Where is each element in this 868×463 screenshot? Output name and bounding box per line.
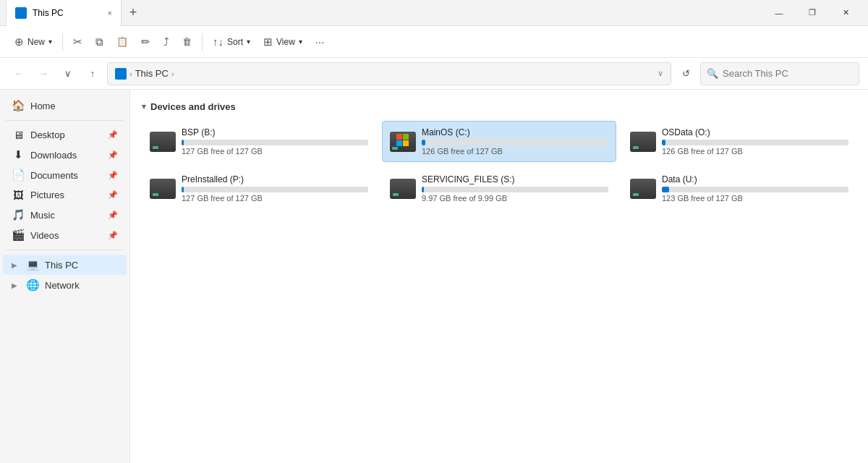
- sidebar-item-network[interactable]: ▶ 🌐 Network: [3, 275, 127, 295]
- new-arrow: ▾: [48, 38, 52, 46]
- refresh-button[interactable]: ↺: [676, 64, 696, 84]
- sidebar-item-documents[interactable]: 📄 Documents 📌: [3, 165, 127, 185]
- drive-info-osdata: OSData (O:) 126 GB free of 127 GB: [662, 127, 848, 156]
- forward-button[interactable]: →: [33, 64, 54, 84]
- drive-icon-bsp: [150, 132, 176, 152]
- new-label: New: [27, 37, 45, 47]
- sidebar-label-home: Home: [30, 101, 118, 111]
- window-controls: — ❐ ✕: [762, 0, 862, 26]
- back-button[interactable]: ←: [9, 64, 29, 84]
- drive-fill-mainos: [422, 140, 425, 145]
- svg-rect-0: [396, 134, 402, 140]
- sidebar-label-videos: Videos: [30, 230, 102, 241]
- search-input[interactable]: [723, 68, 853, 79]
- sort-button[interactable]: ↑↓ Sort ▾: [207, 32, 256, 51]
- drive-bar-servicing: [422, 187, 608, 192]
- delete-button[interactable]: 🗑: [176, 33, 197, 51]
- pin-icon-desktop: 📌: [108, 130, 118, 140]
- new-tab-button[interactable]: +: [122, 0, 145, 26]
- drive-bar-mainos: [422, 140, 608, 145]
- breadcrumb-separator: ›: [129, 69, 132, 78]
- drive-bar-data: [662, 187, 848, 192]
- sidebar-divider-2: [6, 250, 124, 250]
- drive-name-servicing: SERVICING_FILES (S:): [422, 174, 608, 184]
- close-button[interactable]: ✕: [829, 0, 862, 26]
- drive-icon-osdata: [630, 132, 656, 152]
- sidebar-divider-1: [6, 120, 124, 121]
- delete-icon: 🗑: [182, 36, 192, 47]
- content-area: ▾ Devices and drives BSP (B:) 127 GB fre…: [130, 90, 868, 463]
- view-button[interactable]: ⊞ View ▾: [258, 32, 308, 52]
- drive-name-osdata: OSData (O:): [662, 127, 848, 137]
- tab-this-pc[interactable]: This PC ×: [6, 0, 122, 26]
- minimize-button[interactable]: —: [762, 0, 796, 26]
- sidebar-item-videos[interactable]: 🎬 Videos 📌: [3, 225, 127, 245]
- drive-preinstalled[interactable]: PreInstalled (P:) 127 GB free of 127 GB: [142, 168, 376, 209]
- breadcrumb[interactable]: › This PC › ∨: [107, 62, 671, 85]
- sidebar-item-downloads[interactable]: ⬇ Downloads 📌: [3, 145, 127, 165]
- section-chevron: ▾: [142, 102, 146, 111]
- location-icon: [115, 68, 127, 80]
- separator-2: [202, 33, 203, 51]
- cut-icon: ✂: [73, 35, 82, 48]
- sidebar-label-downloads: Downloads: [30, 150, 102, 161]
- expand-arrow-this-pc[interactable]: ▶: [12, 261, 20, 269]
- drive-info-servicing: SERVICING_FILES (S:) 9.97 GB free of 9.9…: [422, 174, 608, 203]
- sort-icon: ↑↓: [213, 35, 224, 48]
- sidebar-item-music[interactable]: 🎵 Music 📌: [3, 205, 127, 225]
- pin-icon-pictures: 📌: [108, 190, 118, 200]
- sidebar-item-desktop[interactable]: 🖥 Desktop 📌: [3, 125, 127, 145]
- drive-icon-data: [630, 179, 656, 199]
- desktop-icon: 🖥: [12, 129, 25, 141]
- rename-icon: ✏: [141, 35, 150, 48]
- search-bar[interactable]: 🔍: [700, 62, 859, 85]
- drive-fill-preinstalled: [182, 187, 184, 192]
- breadcrumb-dropdown-arrow[interactable]: ∨: [658, 69, 663, 78]
- tab-strip: This PC × +: [6, 0, 762, 26]
- paste-button[interactable]: 📋: [111, 33, 134, 51]
- drive-name-preinstalled: PreInstalled (P:): [182, 174, 368, 184]
- downloads-icon: ⬇: [12, 148, 25, 161]
- drive-osdata[interactable]: OSData (O:) 126 GB free of 127 GB: [622, 121, 856, 162]
- sort-label: Sort: [227, 37, 243, 47]
- videos-icon: 🎬: [12, 229, 25, 242]
- up-button[interactable]: ↑: [82, 64, 103, 84]
- drive-data[interactable]: Data (U:) 123 GB free of 127 GB: [622, 168, 856, 209]
- this-pc-icon: 💻: [26, 258, 39, 271]
- windows-logo: [396, 134, 409, 147]
- tab-close-button[interactable]: ×: [108, 9, 112, 17]
- pin-icon-downloads: 📌: [108, 150, 118, 160]
- sidebar-item-this-pc[interactable]: ▶ 💻 This PC: [3, 255, 127, 275]
- more-button[interactable]: ···: [310, 32, 331, 51]
- drive-name-mainos: MainOS (C:): [422, 127, 608, 137]
- drive-fill-bsp: [182, 140, 184, 145]
- drive-servicing[interactable]: SERVICING_FILES (S:) 9.97 GB free of 9.9…: [382, 168, 616, 209]
- drive-space-preinstalled: 127 GB free of 127 GB: [182, 194, 368, 203]
- drive-space-data: 123 GB free of 127 GB: [662, 194, 848, 203]
- drive-mainos[interactable]: MainOS (C:) 126 GB free of 127 GB: [382, 121, 616, 162]
- drive-fill-data: [662, 187, 669, 192]
- sidebar: 🏠 Home 🖥 Desktop 📌 ⬇ Downloads 📌 📄 Docum…: [0, 90, 130, 463]
- more-icon: ···: [315, 35, 325, 48]
- sidebar-item-pictures[interactable]: 🖼 Pictures 📌: [3, 185, 127, 205]
- sidebar-item-home[interactable]: 🏠 Home: [3, 95, 127, 116]
- drive-fill-osdata: [662, 140, 665, 145]
- sidebar-label-desktop: Desktop: [30, 129, 102, 140]
- share-button[interactable]: ⤴: [158, 32, 175, 51]
- new-button[interactable]: ⊕ New ▾: [9, 32, 58, 52]
- view-label: View: [276, 37, 295, 47]
- search-icon: 🔍: [707, 68, 718, 79]
- drive-name-bsp: BSP (B:): [182, 127, 368, 137]
- drive-bar-bsp: [182, 140, 368, 145]
- drive-bsp[interactable]: BSP (B:) 127 GB free of 127 GB: [142, 121, 376, 162]
- recent-locations-button[interactable]: ∨: [58, 64, 78, 84]
- cut-button[interactable]: ✂: [67, 32, 88, 52]
- copy-button[interactable]: ⧉: [90, 32, 109, 52]
- drive-icon-mainos: [390, 132, 416, 152]
- expand-arrow-network[interactable]: ▶: [12, 281, 20, 289]
- view-icon: ⊞: [263, 35, 273, 48]
- maximize-button[interactable]: ❐: [796, 0, 829, 26]
- copy-icon: ⧉: [95, 35, 103, 48]
- rename-button[interactable]: ✏: [135, 32, 156, 52]
- section-header-devices[interactable]: ▾ Devices and drives: [142, 101, 856, 112]
